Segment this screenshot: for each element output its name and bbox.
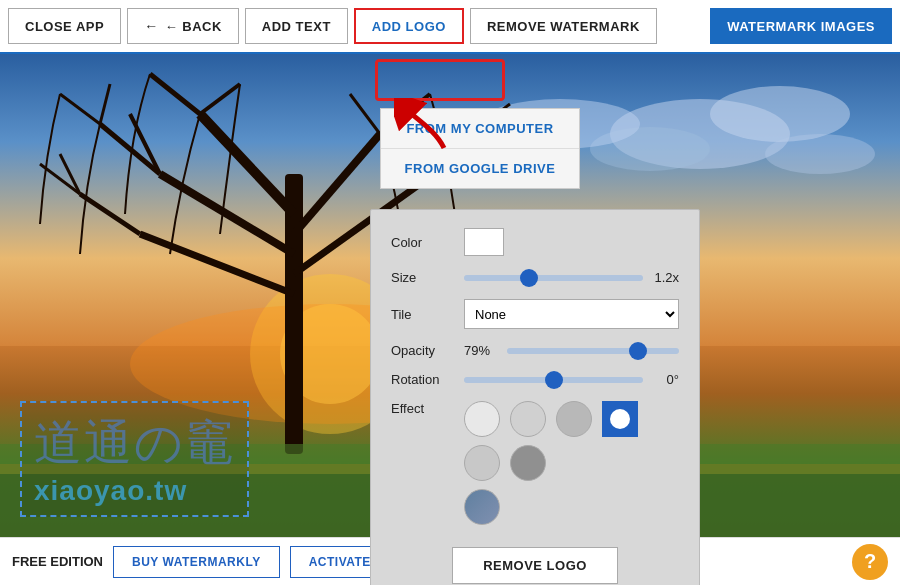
opacity-value: 79% <box>464 343 499 358</box>
size-label: Size <box>391 270 456 285</box>
svg-line-17 <box>130 114 160 174</box>
effect-square-inner <box>610 409 630 429</box>
opacity-slider-container: 79% <box>464 343 679 358</box>
svg-point-7 <box>765 134 875 174</box>
effect-circle-6[interactable] <box>510 445 546 481</box>
effect-row-1 <box>464 401 679 437</box>
effect-circle-5[interactable] <box>464 445 500 481</box>
effect-circle-2[interactable] <box>510 401 546 437</box>
help-button[interactable]: ? <box>852 544 888 580</box>
color-label: Color <box>391 235 456 250</box>
settings-panel: Color Size 1.2x Tile None Diagonal Horiz… <box>370 209 700 585</box>
watermark-images-button[interactable]: WATERMARK IMAGES <box>710 8 892 44</box>
opacity-label: Opacity <box>391 343 456 358</box>
buy-watermarkly-button[interactable]: BUY WATERMARKLY <box>113 546 280 578</box>
size-value: 1.2x <box>651 270 679 285</box>
rotation-row: Rotation 0° <box>391 372 679 387</box>
rotation-slider[interactable] <box>464 377 643 383</box>
add-logo-button[interactable]: ADD LOGO <box>354 8 464 44</box>
tile-label: Tile <box>391 307 456 322</box>
effect-options <box>464 401 679 533</box>
effect-row: Effect <box>391 401 679 533</box>
svg-line-9 <box>200 114 294 214</box>
main-canvas: 道通の竈 xiaoyao.tw FROM MY COMPUTER FROM GO… <box>0 54 900 585</box>
remove-logo-button[interactable]: REMOVE LOGO <box>452 547 618 584</box>
add-logo-dropdown: FROM MY COMPUTER FROM GOOGLE DRIVE <box>380 108 580 189</box>
watermark-url: xiaoyao.tw <box>34 475 235 507</box>
remove-watermark-button[interactable]: REMOVE WATERMARK <box>470 8 657 44</box>
size-slider-container: 1.2x <box>464 270 679 285</box>
from-google-drive-option[interactable]: FROM GOOGLE DRIVE <box>381 149 579 188</box>
svg-line-20 <box>80 194 140 234</box>
svg-point-4 <box>710 86 850 142</box>
svg-line-18 <box>60 94 100 124</box>
add-text-button[interactable]: ADD TEXT <box>245 8 348 44</box>
effect-row-2 <box>464 445 679 481</box>
toolbar: CLOSE APP ← ← BACK ADD TEXT ADD LOGO REM… <box>0 0 900 54</box>
rotation-label: Rotation <box>391 372 456 387</box>
effect-selected[interactable] <box>602 401 638 437</box>
svg-line-24 <box>350 94 380 134</box>
svg-rect-8 <box>285 174 303 454</box>
effect-circle-3[interactable] <box>556 401 592 437</box>
svg-line-15 <box>200 84 240 114</box>
edition-label: FREE EDITION <box>12 554 103 569</box>
color-row: Color <box>391 228 679 256</box>
effect-circle-1[interactable] <box>464 401 500 437</box>
opacity-row: Opacity 79% <box>391 343 679 358</box>
svg-line-14 <box>150 74 200 114</box>
watermark-selection[interactable]: 道通の竈 xiaoyao.tw <box>20 401 249 517</box>
color-picker[interactable] <box>464 228 504 256</box>
back-button[interactable]: ← ← BACK <box>127 8 239 44</box>
effect-row-3 <box>464 489 679 525</box>
rotation-slider-container: 0° <box>464 372 679 387</box>
from-computer-option[interactable]: FROM MY COMPUTER <box>381 109 579 149</box>
tile-row: Tile None Diagonal Horizontal Vertical <box>391 299 679 329</box>
back-arrow-icon: ← <box>144 18 159 34</box>
effect-circle-7[interactable] <box>464 489 500 525</box>
watermark-chars: 道通の竈 <box>34 411 235 475</box>
back-label: ← BACK <box>165 19 222 34</box>
size-slider[interactable] <box>464 275 643 281</box>
opacity-slider[interactable] <box>507 348 679 354</box>
rotation-value: 0° <box>651 372 679 387</box>
tile-select[interactable]: None Diagonal Horizontal Vertical <box>464 299 679 329</box>
size-row: Size 1.2x <box>391 270 679 285</box>
svg-line-19 <box>100 84 110 124</box>
close-app-button[interactable]: CLOSE APP <box>8 8 121 44</box>
effect-label: Effect <box>391 401 456 416</box>
